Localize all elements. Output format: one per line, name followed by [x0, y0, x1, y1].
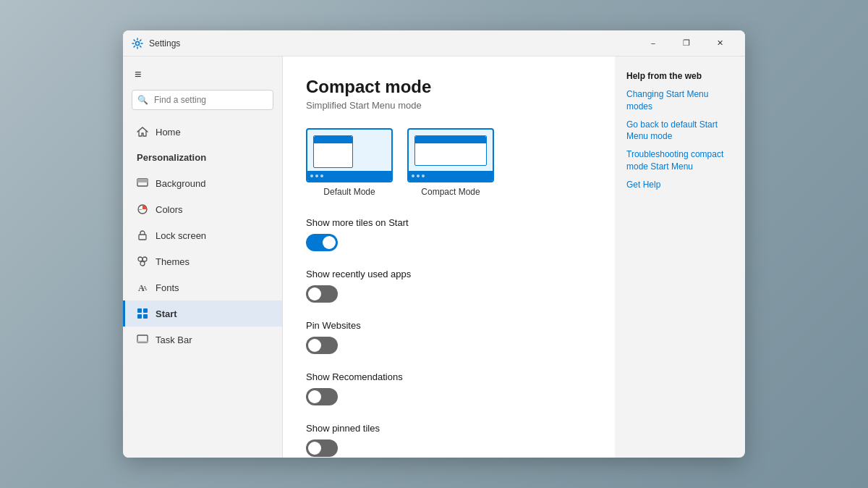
sidebar-item-background[interactable]: Background [123, 170, 282, 196]
settings-window: Settings − ❐ ✕ ≡ 🔍 Home [123, 30, 745, 458]
default-mode-preview [306, 128, 393, 182]
settings-app-icon [132, 38, 143, 49]
toggle-show-more-tiles[interactable] [306, 234, 338, 251]
setting-show-more-tiles: Show more tiles on Start [306, 217, 592, 254]
help-title: Help from the web [626, 71, 733, 81]
help-link-changing-modes[interactable]: Changing Start Menu modes [626, 88, 733, 113]
page-title: Compact mode [306, 77, 592, 97]
preview-taskbar-compact [409, 171, 493, 181]
sidebar-item-lockscreen[interactable]: Lock screen [123, 222, 282, 248]
preview-window-default-header [314, 136, 352, 143]
svg-text:A: A [142, 285, 148, 292]
setting-show-recommendations-label: Show Recomendations [306, 371, 592, 382]
setting-show-recent-apps-label: Show recently used apps [306, 269, 592, 279]
sidebar-item-colors-label: Colors [156, 204, 183, 215]
setting-show-recent-apps: Show recently used apps [306, 269, 592, 306]
lock-icon [137, 230, 148, 241]
toggle-knob-show-pinned-tiles [308, 442, 321, 455]
sidebar-item-lockscreen-label: Lock screen [156, 230, 206, 241]
start-icon [137, 308, 148, 319]
sidebar-item-taskbar[interactable]: Task Bar [123, 327, 282, 353]
main-content: Compact mode Simplified Start Menu mode [282, 56, 615, 458]
setting-pin-websites-label: Pin Websites [306, 320, 592, 331]
content-area: ≡ 🔍 Home Personalization [123, 56, 745, 458]
svg-rect-2 [137, 179, 148, 182]
preview-taskbar-default [307, 171, 391, 181]
sidebar-item-colors[interactable]: Colors [123, 196, 282, 222]
toggle-knob-show-recent-apps [308, 287, 321, 300]
mode-cards: Default Mode Compact Mode [306, 128, 592, 197]
themes-icon [137, 256, 148, 267]
sidebar-item-personalization: Personalization [123, 145, 282, 170]
taskbar-dot-3 [320, 174, 323, 177]
taskbar-dot-5 [417, 174, 420, 177]
sidebar-item-fonts[interactable]: A A Fonts [123, 274, 282, 300]
help-link-get-help[interactable]: Get Help [626, 179, 733, 191]
titlebar: Settings − ❐ ✕ [123, 30, 745, 56]
default-mode-label: Default Mode [323, 187, 375, 197]
sidebar-item-fonts-label: Fonts [156, 282, 179, 293]
setting-show-pinned-tiles-label: Show pinned tiles [306, 423, 592, 434]
taskbar-dot-4 [412, 174, 414, 177]
sidebar-item-home[interactable]: Home [123, 119, 282, 145]
sidebar-item-start-label: Start [156, 308, 177, 319]
minimize-button[interactable]: − [637, 30, 670, 56]
setting-show-recommendations: Show Recomendations [306, 371, 592, 408]
compact-mode-label: Compact Mode [421, 187, 480, 197]
restore-button[interactable]: ❐ [670, 30, 703, 56]
svg-point-7 [140, 261, 145, 266]
toggle-knob-pin-websites [308, 339, 321, 352]
sidebar-item-background-label: Background [156, 178, 205, 189]
help-link-go-back[interactable]: Go back to default Start Menu mode [626, 119, 733, 143]
home-icon [137, 126, 148, 138]
sidebar-item-themes-label: Themes [156, 256, 190, 267]
taskbar-dot-6 [422, 174, 425, 177]
preview-window-default [313, 135, 353, 168]
setting-show-more-tiles-label: Show more tiles on Start [306, 217, 592, 228]
colors-icon [137, 203, 148, 215]
svg-point-0 [136, 41, 140, 45]
toggle-show-recent-apps[interactable] [306, 285, 338, 303]
sidebar-item-themes[interactable]: Themes [123, 248, 282, 274]
svg-rect-11 [143, 308, 148, 313]
preview-window-compact [414, 135, 487, 166]
toggle-knob-show-more-tiles [323, 236, 336, 249]
compact-mode-preview [407, 128, 494, 182]
toggle-pin-websites[interactable] [306, 337, 338, 354]
setting-show-pinned-tiles: Show pinned tiles [306, 423, 592, 458]
hamburger-menu[interactable]: ≡ [123, 62, 282, 87]
search-input[interactable] [132, 90, 273, 110]
setting-pin-websites: Pin Websites [306, 320, 592, 357]
fonts-icon: A A [137, 282, 148, 293]
sidebar-item-start[interactable]: Start [123, 300, 282, 327]
help-link-troubleshoot[interactable]: Troubleshooting compact mode Start Menu [626, 148, 733, 173]
background-icon [137, 177, 148, 189]
toggle-show-recommendations[interactable] [306, 388, 338, 405]
preview-window-compact-header [415, 136, 486, 143]
search-icon: 🔍 [137, 95, 148, 105]
taskbar-icon [137, 334, 148, 345]
svg-point-6 [142, 257, 147, 261]
taskbar-dot-2 [315, 174, 318, 177]
toggle-show-pinned-tiles[interactable] [306, 439, 338, 457]
svg-rect-13 [143, 314, 148, 319]
svg-rect-12 [137, 314, 142, 319]
sidebar-item-taskbar-label: Task Bar [156, 335, 192, 345]
sidebar-item-home-label: Home [156, 127, 181, 138]
search-box: 🔍 [132, 90, 273, 110]
page-subtitle: Simplified Start Menu mode [306, 100, 592, 111]
svg-rect-4 [139, 235, 146, 240]
sidebar-item-personalization-label: Personalization [137, 152, 206, 163]
help-panel: Help from the web Changing Start Menu mo… [615, 56, 745, 458]
svg-point-5 [138, 257, 142, 261]
close-button[interactable]: ✕ [703, 30, 736, 56]
default-mode-card[interactable]: Default Mode [306, 128, 393, 197]
svg-rect-10 [137, 308, 142, 313]
svg-rect-15 [137, 341, 148, 342]
compact-mode-card[interactable]: Compact Mode [407, 128, 494, 197]
toggle-knob-show-recommendations [308, 390, 321, 403]
window-controls: − ❐ ✕ [637, 30, 736, 56]
taskbar-dot-1 [310, 174, 313, 177]
window-title: Settings [149, 38, 637, 49]
sidebar: ≡ 🔍 Home Personalization [123, 56, 282, 458]
